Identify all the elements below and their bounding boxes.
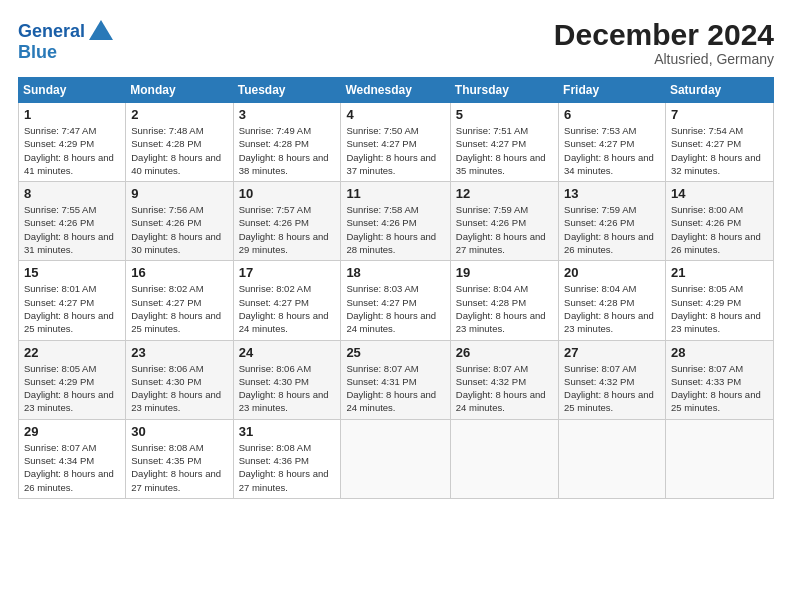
- week-row-5: 29 Sunrise: 8:07 AMSunset: 4:34 PMDaylig…: [19, 419, 774, 498]
- day-info: Sunrise: 7:55 AMSunset: 4:26 PMDaylight:…: [24, 204, 114, 255]
- week-row-4: 22 Sunrise: 8:05 AMSunset: 4:29 PMDaylig…: [19, 340, 774, 419]
- day-info: Sunrise: 7:51 AMSunset: 4:27 PMDaylight:…: [456, 125, 546, 176]
- week-row-3: 15 Sunrise: 8:01 AMSunset: 4:27 PMDaylig…: [19, 261, 774, 340]
- calendar-cell: 28 Sunrise: 8:07 AMSunset: 4:33 PMDaylig…: [665, 340, 773, 419]
- day-info: Sunrise: 8:08 AMSunset: 4:36 PMDaylight:…: [239, 442, 329, 493]
- calendar-cell: 4 Sunrise: 7:50 AMSunset: 4:27 PMDayligh…: [341, 103, 450, 182]
- day-info: Sunrise: 8:06 AMSunset: 4:30 PMDaylight:…: [239, 363, 329, 414]
- day-info: Sunrise: 8:07 AMSunset: 4:32 PMDaylight:…: [564, 363, 654, 414]
- calendar-cell: 14 Sunrise: 8:00 AMSunset: 4:26 PMDaylig…: [665, 182, 773, 261]
- calendar-cell: 18 Sunrise: 8:03 AMSunset: 4:27 PMDaylig…: [341, 261, 450, 340]
- day-number: 15: [24, 265, 120, 280]
- day-number: 12: [456, 186, 553, 201]
- logo-text: General: [18, 22, 85, 42]
- day-number: 30: [131, 424, 227, 439]
- calendar-cell: 19 Sunrise: 8:04 AMSunset: 4:28 PMDaylig…: [450, 261, 558, 340]
- weekday-thursday: Thursday: [450, 78, 558, 103]
- calendar-cell: [450, 419, 558, 498]
- title-block: December 2024 Altusried, Germany: [554, 18, 774, 67]
- day-info: Sunrise: 8:08 AMSunset: 4:35 PMDaylight:…: [131, 442, 221, 493]
- day-number: 28: [671, 345, 768, 360]
- calendar-cell: 21 Sunrise: 8:05 AMSunset: 4:29 PMDaylig…: [665, 261, 773, 340]
- day-number: 27: [564, 345, 660, 360]
- day-number: 31: [239, 424, 336, 439]
- day-info: Sunrise: 7:58 AMSunset: 4:26 PMDaylight:…: [346, 204, 436, 255]
- calendar-table: SundayMondayTuesdayWednesdayThursdayFrid…: [18, 77, 774, 499]
- day-number: 19: [456, 265, 553, 280]
- day-number: 4: [346, 107, 444, 122]
- day-info: Sunrise: 7:49 AMSunset: 4:28 PMDaylight:…: [239, 125, 329, 176]
- day-number: 13: [564, 186, 660, 201]
- day-info: Sunrise: 8:07 AMSunset: 4:33 PMDaylight:…: [671, 363, 761, 414]
- calendar-cell: 3 Sunrise: 7:49 AMSunset: 4:28 PMDayligh…: [233, 103, 341, 182]
- day-number: 6: [564, 107, 660, 122]
- day-number: 26: [456, 345, 553, 360]
- calendar-cell: 11 Sunrise: 7:58 AMSunset: 4:26 PMDaylig…: [341, 182, 450, 261]
- day-info: Sunrise: 8:07 AMSunset: 4:31 PMDaylight:…: [346, 363, 436, 414]
- location: Altusried, Germany: [554, 51, 774, 67]
- calendar-cell: 7 Sunrise: 7:54 AMSunset: 4:27 PMDayligh…: [665, 103, 773, 182]
- day-info: Sunrise: 8:03 AMSunset: 4:27 PMDaylight:…: [346, 283, 436, 334]
- day-number: 2: [131, 107, 227, 122]
- day-number: 29: [24, 424, 120, 439]
- calendar-cell: 12 Sunrise: 7:59 AMSunset: 4:26 PMDaylig…: [450, 182, 558, 261]
- day-number: 5: [456, 107, 553, 122]
- calendar-cell: [341, 419, 450, 498]
- weekday-tuesday: Tuesday: [233, 78, 341, 103]
- day-number: 16: [131, 265, 227, 280]
- calendar-cell: 27 Sunrise: 8:07 AMSunset: 4:32 PMDaylig…: [559, 340, 666, 419]
- day-info: Sunrise: 8:05 AMSunset: 4:29 PMDaylight:…: [24, 363, 114, 414]
- calendar-cell: 22 Sunrise: 8:05 AMSunset: 4:29 PMDaylig…: [19, 340, 126, 419]
- calendar-cell: 1 Sunrise: 7:47 AMSunset: 4:29 PMDayligh…: [19, 103, 126, 182]
- week-row-1: 1 Sunrise: 7:47 AMSunset: 4:29 PMDayligh…: [19, 103, 774, 182]
- day-number: 7: [671, 107, 768, 122]
- header: General Blue December 2024 Altusried, Ge…: [18, 18, 774, 67]
- day-info: Sunrise: 8:02 AMSunset: 4:27 PMDaylight:…: [239, 283, 329, 334]
- calendar-cell: 15 Sunrise: 8:01 AMSunset: 4:27 PMDaylig…: [19, 261, 126, 340]
- logo: General Blue: [18, 18, 115, 63]
- day-number: 9: [131, 186, 227, 201]
- calendar-cell: 24 Sunrise: 8:06 AMSunset: 4:30 PMDaylig…: [233, 340, 341, 419]
- day-number: 21: [671, 265, 768, 280]
- calendar-cell: 5 Sunrise: 7:51 AMSunset: 4:27 PMDayligh…: [450, 103, 558, 182]
- calendar-cell: 9 Sunrise: 7:56 AMSunset: 4:26 PMDayligh…: [126, 182, 233, 261]
- calendar-cell: 29 Sunrise: 8:07 AMSunset: 4:34 PMDaylig…: [19, 419, 126, 498]
- day-info: Sunrise: 7:54 AMSunset: 4:27 PMDaylight:…: [671, 125, 761, 176]
- month-title: December 2024: [554, 18, 774, 51]
- calendar-cell: 23 Sunrise: 8:06 AMSunset: 4:30 PMDaylig…: [126, 340, 233, 419]
- week-row-2: 8 Sunrise: 7:55 AMSunset: 4:26 PMDayligh…: [19, 182, 774, 261]
- day-info: Sunrise: 7:48 AMSunset: 4:28 PMDaylight:…: [131, 125, 221, 176]
- page: General Blue December 2024 Altusried, Ge…: [0, 0, 792, 612]
- weekday-sunday: Sunday: [19, 78, 126, 103]
- calendar-cell: 6 Sunrise: 7:53 AMSunset: 4:27 PMDayligh…: [559, 103, 666, 182]
- calendar-cell: 13 Sunrise: 7:59 AMSunset: 4:26 PMDaylig…: [559, 182, 666, 261]
- day-number: 10: [239, 186, 336, 201]
- day-number: 20: [564, 265, 660, 280]
- day-info: Sunrise: 8:06 AMSunset: 4:30 PMDaylight:…: [131, 363, 221, 414]
- day-number: 23: [131, 345, 227, 360]
- calendar-cell: 16 Sunrise: 8:02 AMSunset: 4:27 PMDaylig…: [126, 261, 233, 340]
- day-number: 18: [346, 265, 444, 280]
- calendar-cell: 31 Sunrise: 8:08 AMSunset: 4:36 PMDaylig…: [233, 419, 341, 498]
- calendar-cell: 20 Sunrise: 8:04 AMSunset: 4:28 PMDaylig…: [559, 261, 666, 340]
- day-info: Sunrise: 8:07 AMSunset: 4:34 PMDaylight:…: [24, 442, 114, 493]
- calendar-cell: [559, 419, 666, 498]
- day-number: 3: [239, 107, 336, 122]
- calendar-cell: 17 Sunrise: 8:02 AMSunset: 4:27 PMDaylig…: [233, 261, 341, 340]
- day-info: Sunrise: 8:04 AMSunset: 4:28 PMDaylight:…: [456, 283, 546, 334]
- day-info: Sunrise: 8:00 AMSunset: 4:26 PMDaylight:…: [671, 204, 761, 255]
- calendar-cell: 10 Sunrise: 7:57 AMSunset: 4:26 PMDaylig…: [233, 182, 341, 261]
- day-info: Sunrise: 7:50 AMSunset: 4:27 PMDaylight:…: [346, 125, 436, 176]
- calendar-cell: 25 Sunrise: 8:07 AMSunset: 4:31 PMDaylig…: [341, 340, 450, 419]
- logo-icon: [87, 18, 115, 46]
- calendar-cell: 30 Sunrise: 8:08 AMSunset: 4:35 PMDaylig…: [126, 419, 233, 498]
- day-number: 22: [24, 345, 120, 360]
- day-number: 11: [346, 186, 444, 201]
- day-number: 17: [239, 265, 336, 280]
- day-info: Sunrise: 8:02 AMSunset: 4:27 PMDaylight:…: [131, 283, 221, 334]
- day-info: Sunrise: 7:59 AMSunset: 4:26 PMDaylight:…: [456, 204, 546, 255]
- day-info: Sunrise: 7:56 AMSunset: 4:26 PMDaylight:…: [131, 204, 221, 255]
- day-info: Sunrise: 7:47 AMSunset: 4:29 PMDaylight:…: [24, 125, 114, 176]
- weekday-wednesday: Wednesday: [341, 78, 450, 103]
- weekday-header-row: SundayMondayTuesdayWednesdayThursdayFrid…: [19, 78, 774, 103]
